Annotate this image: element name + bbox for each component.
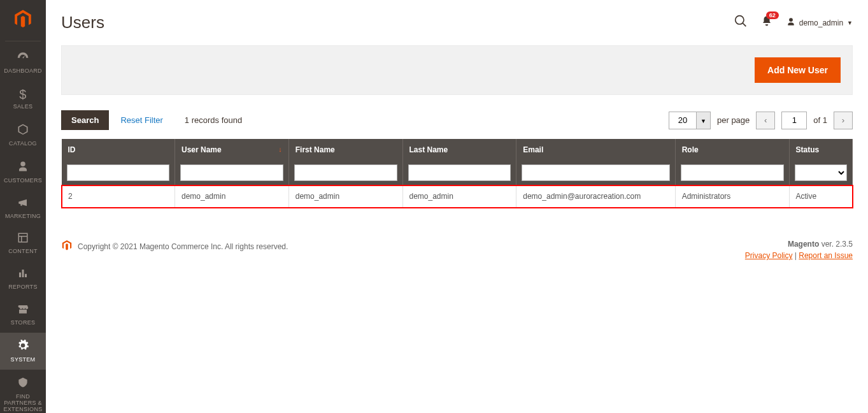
filter-status-select[interactable]: [795, 164, 847, 181]
sidebar-item-customers[interactable]: CUSTOMERS: [0, 154, 46, 191]
cell-firstname: demo_admin: [288, 185, 402, 208]
bar-chart-icon: [17, 268, 29, 282]
privacy-link[interactable]: Privacy Policy: [745, 251, 793, 260]
search-icon[interactable]: [734, 15, 747, 31]
column-header-first-name[interactable]: First Name: [288, 139, 402, 161]
search-button[interactable]: Search: [61, 110, 109, 130]
grid-controls-right: ▼ per page ‹ of 1 ›: [669, 112, 853, 129]
grid-controls: Search Reset Filter 1 records found ▼ pe…: [61, 110, 853, 130]
sidebar-item-sales[interactable]: $ SALES: [0, 81, 46, 117]
separator: |: [792, 251, 799, 260]
user-menu[interactable]: demo_admin ▼: [786, 17, 853, 28]
filter-username-input[interactable]: [180, 164, 283, 181]
cell-status: Active: [789, 185, 852, 208]
sidebar-item-dashboard[interactable]: DASHBOARD: [0, 44, 46, 81]
add-new-user-button[interactable]: Add New User: [755, 57, 841, 83]
version-label: ver. 2.3.5: [822, 240, 853, 249]
sidebar-label: MARKETING: [5, 214, 41, 220]
sidebar-item-content[interactable]: CONTENT: [0, 226, 46, 261]
sidebar-label: DASHBOARD: [4, 68, 42, 75]
gauge-icon: [17, 50, 29, 66]
page-title: Users: [61, 13, 104, 33]
cell-username: demo_admin: [174, 185, 288, 208]
product-name: Magento: [788, 240, 819, 249]
pager-next-button[interactable]: ›: [834, 112, 853, 129]
users-table: ID User Name↓ First Name Last Name Email…: [61, 139, 853, 208]
cell-role: Administrators: [675, 185, 789, 208]
megaphone-icon: [17, 197, 29, 211]
column-header-id[interactable]: ID: [62, 139, 175, 161]
grid-controls-left: Search Reset Filter 1 records found: [61, 110, 242, 130]
chevron-right-icon: ›: [842, 115, 844, 125]
sidebar-item-reports[interactable]: REPORTS: [0, 261, 46, 286]
filter-id-input[interactable]: [67, 164, 169, 181]
column-header-last-name[interactable]: Last Name: [402, 139, 516, 161]
box-icon: [17, 123, 29, 138]
chevron-down-icon: ▼: [701, 118, 706, 124]
filter-lastname-input[interactable]: [408, 164, 511, 181]
divider: [5, 41, 41, 41]
report-issue-link[interactable]: Report an Issue: [799, 251, 853, 260]
person-icon: [17, 160, 29, 175]
pager-prev-button[interactable]: ‹: [756, 112, 775, 129]
chevron-down-icon: ▼: [847, 20, 853, 26]
per-page-dropdown-button[interactable]: ▼: [697, 112, 711, 129]
sidebar-label: REPORTS: [8, 284, 37, 286]
filter-firstname-input[interactable]: [294, 164, 397, 181]
sidebar-label: CONTENT: [8, 249, 38, 255]
sort-down-icon: ↓: [278, 145, 282, 153]
main-content: Users 62 demo_admin ▼ Add New User: [46, 0, 868, 286]
records-found: 1 records found: [185, 115, 242, 125]
sidebar-item-marketing[interactable]: MARKETING: [0, 191, 46, 226]
per-page-label: per page: [717, 115, 750, 125]
sidebar-label: SALES: [13, 104, 33, 110]
sidebar-item-catalog[interactable]: CATALOG: [0, 117, 46, 154]
filter-role-input[interactable]: [681, 164, 784, 181]
column-header-status[interactable]: Status: [789, 139, 852, 161]
notifications-button[interactable]: 62: [761, 15, 772, 30]
reset-filter-link[interactable]: Reset Filter: [120, 115, 162, 125]
cell-id: 2: [62, 185, 175, 208]
sidebar-label: CUSTOMERS: [4, 178, 42, 184]
logo[interactable]: [0, 0, 46, 38]
page-header: Users 62 demo_admin ▼: [61, 13, 853, 33]
sidebar: DASHBOARD $ SALES CATALOG CUSTOMERS MARK…: [0, 0, 46, 286]
pager-of-label: of 1: [813, 115, 827, 125]
action-bar: Add New User: [61, 45, 853, 95]
filter-email-input[interactable]: [522, 164, 669, 181]
notifications-badge: 62: [766, 11, 779, 19]
header-actions: 62 demo_admin ▼: [734, 15, 853, 31]
cell-lastname: demo_admin: [402, 185, 516, 208]
column-header-user-name[interactable]: User Name↓: [174, 139, 288, 161]
user-name: demo_admin: [799, 18, 843, 27]
dollar-icon: $: [19, 87, 26, 101]
table-header-row: ID User Name↓ First Name Last Name Email…: [62, 139, 853, 161]
table-filter-row: [62, 161, 853, 185]
pager-page-input[interactable]: [781, 112, 807, 129]
sidebar-label: CATALOG: [9, 141, 37, 147]
table-row[interactable]: 2 demo_admin demo_admin demo_admin demo_…: [62, 185, 853, 208]
cell-email: demo_admin@auroracreation.com: [516, 185, 675, 208]
column-header-email[interactable]: Email: [516, 139, 675, 161]
magento-logo-icon: [13, 9, 33, 29]
footer-right: Magento ver. 2.3.5 Privacy Policy | Repo…: [745, 240, 853, 260]
footer-left: Copyright © 2021 Magento Commerce Inc. A…: [61, 240, 288, 253]
per-page-input[interactable]: [669, 112, 697, 129]
magento-logo-icon: [61, 240, 73, 253]
chevron-left-icon: ‹: [764, 115, 767, 125]
column-header-role[interactable]: Role: [675, 139, 789, 161]
avatar-icon: [786, 17, 795, 28]
footer: Copyright © 2021 Magento Commerce Inc. A…: [61, 240, 853, 260]
layout-icon: [17, 232, 29, 246]
copyright-text: Copyright © 2021 Magento Commerce Inc. A…: [78, 242, 288, 251]
